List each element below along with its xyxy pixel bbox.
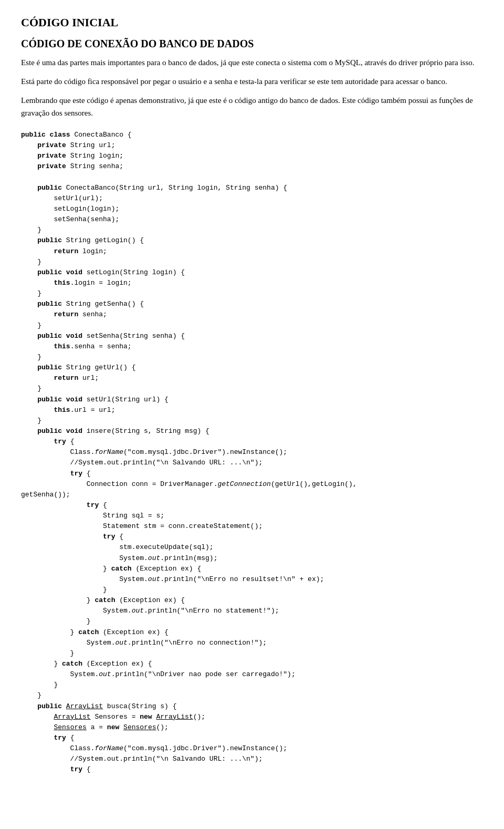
- description-paragraph3: Lembrando que este código é apenas demon…: [21, 94, 483, 119]
- description-paragraph2: Está parte do código fica responsável po…: [21, 75, 483, 88]
- description-paragraph1: Este é uma das partes mais importantes p…: [21, 56, 483, 69]
- section-title: CÓDIGO DE CONEXÃO DO BANCO DE DADOS: [21, 38, 483, 50]
- code-block: public class ConectaBanco { private Stri…: [21, 130, 483, 775]
- main-title: CÓDIGO INICIAL: [21, 16, 483, 29]
